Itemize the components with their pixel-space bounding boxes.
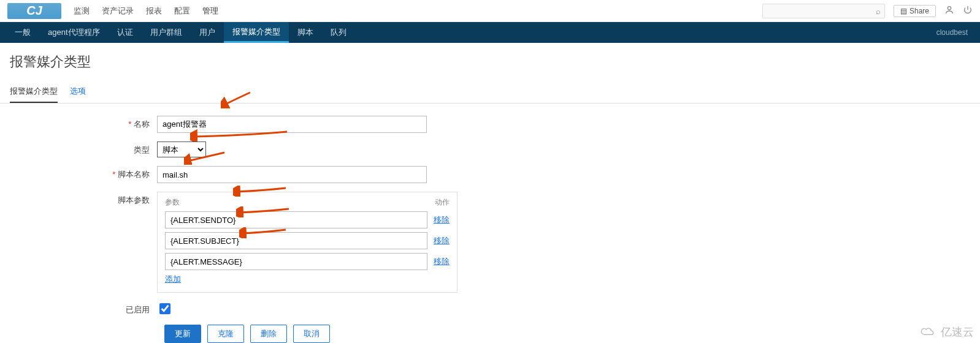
update-button[interactable]: 更新	[164, 325, 201, 343]
subnav-general[interactable]: 一般	[6, 22, 39, 43]
name-input[interactable]	[157, 116, 427, 133]
label-enabled: 已启用	[10, 301, 157, 315]
subnav-agent-proxy[interactable]: agent代理程序	[39, 22, 109, 43]
clone-button[interactable]: 克隆	[207, 325, 244, 343]
nav-config[interactable]: 配置	[174, 1, 190, 21]
top-bar: CJ 监测 资产记录 报表 配置 管理 ⌕ ▤ Share	[0, 0, 980, 22]
param-input-3[interactable]	[165, 253, 427, 270]
subnav-queues[interactable]: 队列	[322, 22, 355, 43]
remove-param-1[interactable]: 移除	[434, 214, 450, 225]
share-button[interactable]: ▤ Share	[894, 5, 936, 17]
power-icon[interactable]	[963, 5, 973, 17]
nav-reports[interactable]: 报表	[146, 1, 162, 21]
script-params-box: 参数 动作 移除 移除 移除 添加	[157, 192, 457, 293]
main-nav: 监测 资产记录 报表 配置 管理	[74, 1, 218, 21]
script-name-input[interactable]	[157, 166, 427, 183]
label-script-name: 脚本名称	[10, 166, 157, 180]
media-type-form: 名称 类型 脚本 脚本名称 脚本参数 参数 动作 移除 移除	[0, 104, 980, 343]
delete-button[interactable]: 删除	[250, 325, 287, 343]
label-name: 名称	[10, 116, 157, 130]
params-header-param: 参数	[165, 197, 435, 208]
params-header-action: 动作	[435, 197, 450, 208]
page-title: 报警媒介类型	[0, 43, 980, 77]
watermark: 亿速云	[920, 325, 974, 339]
nav-monitor[interactable]: 监测	[74, 1, 90, 21]
enabled-checkbox[interactable]	[159, 303, 170, 314]
search-icon: ⌕	[876, 7, 881, 16]
subnav-scripts[interactable]: 脚本	[289, 22, 322, 43]
form-tabs: 报警媒介类型 选项	[0, 81, 980, 104]
watermark-text: 亿速云	[941, 325, 974, 339]
label-type: 类型	[10, 141, 157, 156]
share-icon: ▤	[900, 7, 907, 15]
type-select[interactable]: 脚本	[157, 141, 206, 157]
subnav-auth[interactable]: 认证	[109, 22, 142, 43]
subnav-media-types[interactable]: 报警媒介类型	[224, 22, 289, 43]
cancel-button[interactable]: 取消	[293, 325, 330, 343]
svg-point-0	[947, 6, 951, 9]
tab-options[interactable]: 选项	[70, 81, 86, 103]
add-param-link[interactable]: 添加	[165, 274, 181, 284]
sub-nav: 一般 agent代理程序 认证 用户群组 用户 报警媒介类型 脚本 队列 clo…	[0, 22, 980, 43]
search-box[interactable]: ⌕	[762, 4, 885, 18]
tab-media-type[interactable]: 报警媒介类型	[10, 81, 58, 103]
nav-admin[interactable]: 管理	[202, 1, 218, 21]
logo: CJ	[7, 3, 61, 19]
param-row: 移除	[165, 211, 450, 228]
param-input-2[interactable]	[165, 232, 427, 249]
remove-param-3[interactable]: 移除	[434, 256, 450, 267]
param-input-1[interactable]	[165, 211, 427, 228]
param-row: 移除	[165, 232, 450, 249]
button-row: 更新 克隆 删除 取消	[164, 325, 970, 343]
share-label: Share	[909, 7, 929, 15]
nav-assets[interactable]: 资产记录	[102, 1, 134, 21]
top-right: ⌕ ▤ Share	[762, 4, 973, 18]
subnav-user-label: cloudbest	[936, 22, 974, 43]
params-header: 参数 动作	[165, 197, 450, 208]
remove-param-2[interactable]: 移除	[434, 235, 450, 246]
param-row: 移除	[165, 253, 450, 270]
user-icon[interactable]	[944, 5, 954, 17]
label-script-params: 脚本参数	[10, 192, 157, 206]
subnav-user-groups[interactable]: 用户群组	[142, 22, 191, 43]
